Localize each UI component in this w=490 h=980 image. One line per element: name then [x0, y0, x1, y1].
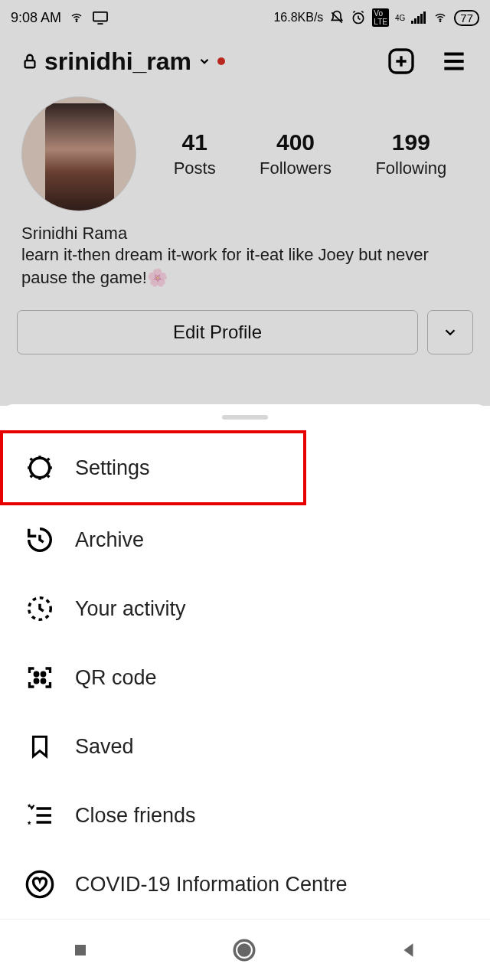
menu-covid-label: COVID-19 Information Centre: [75, 873, 348, 897]
archive-icon: [25, 525, 54, 554]
svg-rect-9: [25, 60, 35, 67]
menu-saved[interactable]: Saved: [0, 712, 490, 781]
following-count: 199: [375, 129, 446, 155]
options-sheet: Settings Archive Your activity QR code S…: [0, 404, 490, 919]
battery-level: 77: [454, 10, 479, 26]
bio-text: learn it-then dream it-work for it-eat l…: [21, 243, 469, 289]
followers-stat[interactable]: 400 Followers: [260, 129, 332, 178]
heart-circle-icon: [24, 869, 55, 900]
svg-rect-7: [423, 11, 426, 24]
svg-rect-5: [417, 16, 420, 24]
close-friends-icon: [25, 802, 54, 829]
svg-point-13: [34, 672, 38, 676]
system-nav-bar: [0, 919, 490, 980]
signal-icon: [411, 11, 426, 24]
alarm-icon: [351, 10, 366, 25]
svg-point-15: [34, 679, 38, 683]
gear-icon: [25, 453, 54, 482]
notification-dot: [217, 57, 225, 65]
bookmark-icon: [27, 732, 53, 761]
discover-people-button[interactable]: [427, 310, 473, 354]
menu-close-friends-label: Close friends: [75, 804, 196, 828]
menu-close-friends[interactable]: Close friends: [0, 781, 490, 850]
activity-icon: [25, 594, 54, 623]
username-switcher[interactable]: srinidhi_ram: [21, 47, 225, 76]
followers-count: 400: [260, 129, 332, 155]
svg-rect-1: [93, 12, 107, 21]
followers-label: Followers: [260, 158, 332, 178]
menu-settings-label: Settings: [75, 456, 150, 480]
menu-qr[interactable]: QR code: [0, 643, 490, 712]
volte-icon: VoLTE: [372, 8, 389, 27]
screen-icon: [92, 11, 109, 24]
menu-archive-label: Archive: [75, 528, 144, 552]
create-icon[interactable]: [386, 46, 416, 77]
edit-profile-button[interactable]: Edit Profile: [17, 310, 418, 354]
posts-count: 41: [174, 129, 216, 155]
chevron-down-icon: [442, 324, 459, 341]
home-button[interactable]: [231, 937, 257, 963]
sheet-handle[interactable]: [222, 415, 268, 420]
svg-rect-4: [414, 18, 416, 24]
posts-stat[interactable]: 41 Posts: [174, 129, 216, 178]
svg-point-16: [41, 679, 45, 683]
wifi-icon: [69, 11, 84, 24]
status-time: 9:08 AM: [11, 10, 61, 26]
menu-settings[interactable]: Settings: [0, 430, 306, 505]
svg-point-0: [76, 21, 77, 21]
svg-point-14: [41, 672, 45, 676]
wifi-icon-2: [433, 11, 448, 24]
svg-point-11: [30, 458, 49, 477]
display-name: Srinidhi Rama: [21, 224, 469, 243]
svg-point-8: [440, 21, 441, 21]
recent-apps-button[interactable]: [71, 941, 90, 959]
avatar[interactable]: [21, 96, 136, 211]
flower-emoji: 🌸: [147, 268, 168, 287]
menu-activity[interactable]: Your activity: [0, 574, 490, 643]
following-label: Following: [375, 158, 446, 178]
menu-archive[interactable]: Archive: [0, 505, 490, 574]
chevron-down-icon: [198, 54, 211, 68]
username-text: srinidhi_ram: [44, 47, 191, 76]
menu-activity-label: Your activity: [75, 597, 186, 621]
lock-icon: [21, 51, 38, 71]
svg-point-20: [239, 944, 250, 955]
menu-saved-label: Saved: [75, 735, 134, 759]
svg-rect-6: [420, 14, 423, 24]
svg-rect-3: [411, 21, 413, 24]
following-stat[interactable]: 199 Following: [375, 129, 446, 178]
status-speed: 16.8KB/s: [273, 11, 323, 24]
status-bar: 9:08 AM 16.8KB/s VoLTE 4G 77: [0, 0, 490, 31]
back-button[interactable]: [399, 940, 419, 960]
bell-muted-icon: [329, 10, 345, 25]
menu-qr-label: QR code: [75, 666, 157, 690]
menu-icon[interactable]: [439, 47, 469, 76]
svg-rect-18: [75, 945, 86, 956]
network-label: 4G: [395, 14, 405, 22]
menu-covid[interactable]: COVID-19 Information Centre: [0, 850, 490, 919]
qr-icon: [26, 664, 54, 691]
posts-label: Posts: [174, 158, 216, 178]
